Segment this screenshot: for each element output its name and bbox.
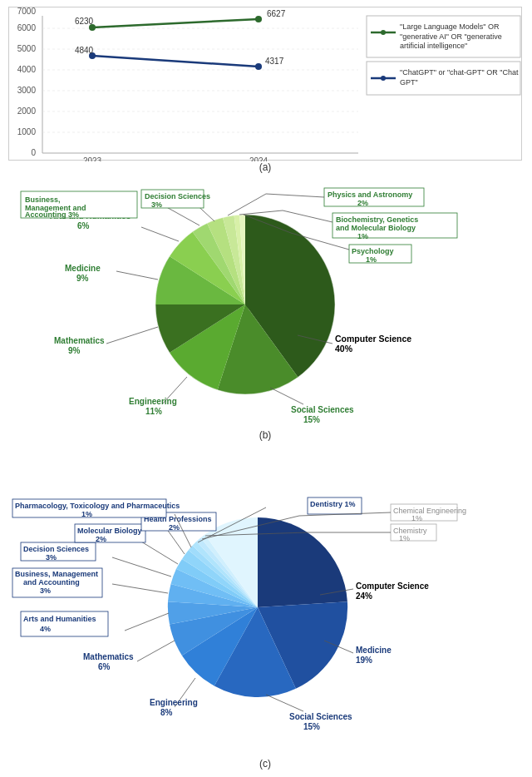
svg-text:40%: 40%	[335, 344, 353, 354]
svg-text:1%: 1%	[366, 255, 377, 264]
svg-text:and Accounting: and Accounting	[23, 578, 80, 586]
svg-text:Engineering: Engineering	[150, 698, 198, 707]
svg-line-66	[266, 194, 324, 197]
svg-text:Decision Sciences: Decision Sciences	[23, 545, 89, 553]
svg-line-72	[283, 210, 332, 222]
svg-line-67	[239, 210, 283, 215]
svg-text:0: 0	[31, 148, 36, 157]
svg-text:Accounting 3%: Accounting 3%	[25, 210, 79, 219]
svg-text:Molecular Biology: Molecular Biology	[77, 527, 142, 535]
svg-text:Mathematics: Mathematics	[83, 652, 134, 661]
caption-c: (c)	[8, 758, 522, 770]
svg-text:2%: 2%	[357, 199, 368, 207]
svg-text:Social Sciences: Social Sciences	[291, 405, 354, 414]
svg-text:2000: 2000	[17, 106, 37, 116]
svg-text:15%: 15%	[303, 415, 320, 424]
svg-text:Biochemistry, Genetics: Biochemistry, Genetics	[336, 215, 418, 224]
svg-point-18	[255, 16, 262, 22]
page: 0 1000 2000 3000 4000 5000 6000 7000	[0, 0, 532, 777]
svg-point-29	[381, 30, 386, 35]
svg-text:19%: 19%	[356, 656, 372, 665]
svg-text:1%: 1%	[357, 232, 368, 240]
svg-line-93	[125, 613, 169, 631]
svg-line-110	[166, 528, 185, 554]
svg-text:6000: 6000	[17, 23, 37, 32]
svg-text:Business, Management: Business, Management	[15, 570, 98, 578]
chart-b-svg: Computer Science 40% Social Sciences 15%…	[8, 181, 522, 427]
legend-label-2: "ChatGPT" or "chat-GPT" OR "Chat GPT"	[400, 68, 520, 87]
svg-line-62	[228, 194, 266, 215]
svg-text:Computer Science: Computer Science	[356, 582, 429, 591]
svg-text:Chemical Engineering: Chemical Engineering	[393, 507, 466, 515]
svg-point-31	[381, 76, 386, 81]
svg-text:2%: 2%	[96, 535, 106, 543]
svg-text:and Molecular Biology: and Molecular Biology	[336, 224, 416, 232]
svg-line-47	[116, 271, 158, 280]
svg-text:3%: 3%	[40, 586, 51, 595]
legend-label-1: "Large Language Models" OR "generative A…	[400, 22, 520, 52]
svg-text:6%: 6%	[98, 662, 111, 671]
svg-text:5000: 5000	[17, 44, 37, 53]
chart-a-container: 0 1000 2000 3000 4000 5000 6000 7000	[8, 7, 522, 173]
svg-text:Decision Sciences: Decision Sciences	[145, 192, 210, 200]
svg-text:4317: 4317	[265, 57, 284, 66]
chart-a-svg: 0 1000 2000 3000 4000 5000 6000 7000	[9, 7, 523, 161]
svg-text:9%: 9%	[68, 346, 81, 355]
svg-line-106	[137, 539, 178, 564]
svg-point-23	[255, 63, 262, 70]
caption-b: (b)	[8, 429, 522, 441]
svg-text:6230: 6230	[75, 17, 94, 26]
svg-text:3000: 3000	[17, 86, 37, 95]
chart-b-container: Computer Science 40% Social Sciences 15%…	[8, 181, 522, 439]
chart-c-container: Computer Science 24% Medicine 19% Social…	[8, 449, 522, 770]
svg-text:Physics and Astronomy: Physics and Astronomy	[328, 191, 412, 199]
svg-text:2024: 2024	[249, 156, 268, 161]
svg-text:Pharmacology, Toxicology and P: Pharmacology, Toxicology and Pharmaceuti…	[15, 502, 180, 510]
svg-text:3%: 3%	[151, 200, 162, 209]
svg-text:4%: 4%	[40, 625, 51, 633]
svg-text:2023: 2023	[83, 156, 102, 161]
svg-text:6%: 6%	[77, 221, 90, 230]
svg-text:9%: 9%	[76, 274, 89, 283]
caption-a: (a)	[8, 161, 522, 173]
svg-text:2%: 2%	[169, 523, 180, 532]
svg-text:6627: 6627	[267, 9, 286, 18]
svg-line-16	[92, 19, 259, 27]
svg-text:Arts and Humanities: Arts and Humanities	[23, 615, 96, 623]
svg-text:4840: 4840	[75, 46, 94, 55]
svg-text:Medicine: Medicine	[65, 264, 101, 273]
svg-text:3%: 3%	[46, 553, 57, 562]
svg-line-21	[92, 56, 259, 67]
svg-line-90	[137, 641, 175, 661]
svg-text:15%: 15%	[303, 722, 320, 731]
svg-text:Mathematics: Mathematics	[54, 336, 105, 345]
svg-line-38	[270, 388, 303, 404]
svg-text:Business,: Business,	[25, 195, 61, 204]
svg-text:Psychology: Psychology	[352, 247, 394, 255]
svg-text:1%: 1%	[81, 510, 92, 518]
svg-text:Medicine: Medicine	[356, 646, 392, 655]
svg-text:7000: 7000	[17, 7, 37, 16]
svg-line-44	[106, 327, 158, 344]
svg-text:1000: 1000	[17, 127, 37, 136]
svg-line-97	[112, 584, 168, 593]
svg-text:8%: 8%	[160, 708, 173, 717]
svg-line-50	[141, 227, 179, 241]
svg-text:Dentistry 1%: Dentistry 1%	[310, 500, 356, 508]
svg-line-102	[112, 557, 171, 577]
svg-text:Computer Science: Computer Science	[335, 334, 411, 344]
chart-c-svg: Computer Science 24% Medicine 19% Social…	[8, 449, 522, 755]
svg-text:11%: 11%	[145, 407, 162, 416]
svg-line-84	[266, 695, 303, 711]
svg-text:Social Sciences: Social Sciences	[289, 712, 352, 721]
svg-text:1%: 1%	[399, 534, 410, 542]
svg-text:1%: 1%	[411, 514, 422, 522]
svg-text:24%: 24%	[356, 591, 372, 601]
svg-text:4000: 4000	[17, 65, 37, 74]
svg-text:Engineering: Engineering	[129, 397, 177, 406]
